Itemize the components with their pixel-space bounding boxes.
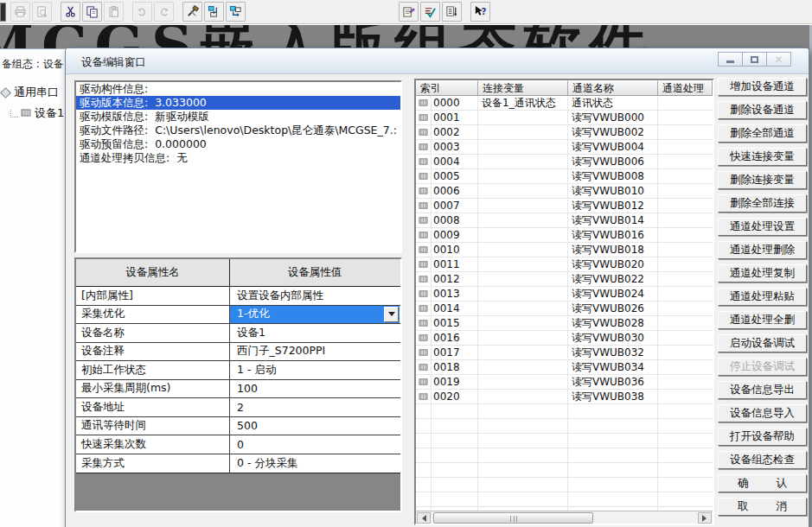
side-button-通道处理删除[interactable]: 通道处理删除: [718, 241, 807, 259]
channel-row[interactable]: 0012读写VWUB022: [416, 272, 713, 287]
channel-row[interactable]: 0015读写VWUB028: [416, 316, 713, 331]
horizontal-scrollbar[interactable]: [416, 511, 713, 524]
channel-row[interactable]: 0005读写VWUB008: [416, 169, 713, 184]
property-row[interactable]: 最小采集周期(ms)100: [76, 380, 400, 399]
channel-row[interactable]: 0007读写VWUB012: [416, 199, 713, 213]
channel-row[interactable]: 0008读写VWUB014: [416, 213, 713, 228]
driver-info-line[interactable]: 通道处理拷贝信息: 无: [76, 151, 400, 165]
side-button-快速连接变量[interactable]: 快速连接变量: [718, 148, 807, 166]
empty-cell: [432, 434, 478, 448]
property-value-cell[interactable]: 2: [230, 398, 400, 416]
side-button-启动设备调试[interactable]: 启动设备调试: [718, 334, 807, 352]
property-value-cell[interactable]: 西门子_S7200PPI: [230, 343, 400, 361]
channel-row[interactable]: 0018读写VWUB034: [416, 360, 713, 375]
property-row[interactable]: 初始工作状态1 - 启动: [76, 361, 400, 380]
channel-row[interactable]: 0003读写VWUB004: [416, 140, 713, 155]
dropdown-button[interactable]: [384, 307, 399, 322]
side-button-通道处理全删[interactable]: 通道处理全删: [718, 311, 807, 329]
sort-list-button[interactable]: [442, 2, 462, 22]
side-button-打开设备帮助[interactable]: 打开设备帮助: [718, 428, 807, 446]
channel-chip-icon: [416, 213, 432, 227]
side-button-设备组态检查[interactable]: 设备组态检查: [718, 451, 807, 469]
channel-row[interactable]: 0014读写VWUB026: [416, 302, 713, 316]
driver-info-line[interactable]: 驱动文件路径: C:\Users\lenovo\Desktop\昆仑通泰\MCG…: [76, 124, 400, 137]
send-to-window-button[interactable]: [204, 2, 224, 22]
channel-variable-cell: [478, 169, 568, 183]
channel-name-cell: 读写VWUB000: [568, 111, 658, 124]
property-value-cell[interactable]: 0: [230, 435, 400, 454]
tree-item-serial-port[interactable]: 通用串口: [0, 82, 66, 103]
property-value-cell[interactable]: 设备1: [230, 324, 400, 342]
close-button[interactable]: ✕: [766, 52, 791, 67]
print-button[interactable]: [10, 2, 30, 22]
side-button-取消[interactable]: 取 消: [718, 498, 807, 516]
property-value-cell[interactable]: 100: [230, 380, 400, 398]
channel-row[interactable]: 0020读写VWUB038: [416, 390, 713, 404]
channel-row[interactable]: 0013读写VWUB024: [416, 287, 713, 302]
property-value-cell[interactable]: 500: [230, 417, 400, 435]
driver-info-line[interactable]: 驱动预留信息: 0.000000: [76, 137, 400, 151]
channel-row[interactable]: 0017读写VWUB032: [416, 346, 713, 360]
paste-button[interactable]: [104, 2, 124, 22]
scrollbar-thumb[interactable]: [433, 512, 593, 524]
side-button-删除设备通道[interactable]: 删除设备通道: [718, 101, 807, 119]
driver-info-line[interactable]: 驱动构件信息:: [76, 82, 400, 96]
channel-row[interactable]: 0002读写VWUB002: [416, 125, 713, 140]
column-header-variable[interactable]: 连接变量: [478, 80, 568, 96]
side-button-确认[interactable]: 确 认: [718, 474, 807, 492]
side-button-删除全部通道[interactable]: 删除全部通道: [718, 124, 807, 143]
property-row[interactable]: 设备注释西门子_S7200PPI: [76, 343, 400, 362]
property-value-cell[interactable]: 0 - 分块采集: [230, 454, 400, 473]
property-row[interactable]: 采集优化1-优化: [76, 306, 400, 325]
property-row[interactable]: 快速采集次数0: [76, 435, 400, 454]
send-to-window-alt-button[interactable]: [226, 2, 246, 22]
syntax-check-button[interactable]: [420, 2, 440, 22]
channel-row[interactable]: 0019读写VWUB036: [416, 375, 713, 390]
maximize-button[interactable]: [742, 52, 767, 67]
channel-row[interactable]: 0010读写VWUB018: [416, 243, 713, 257]
channel-row[interactable]: 0009读写VWUB016: [416, 228, 713, 243]
column-header-name[interactable]: 通道名称: [568, 80, 658, 96]
side-button-设备信息导入[interactable]: 设备信息导入: [718, 404, 807, 422]
channel-row[interactable]: 0001读写VWUB000: [416, 111, 713, 125]
channel-row[interactable]: 0011读写VWUB020: [416, 257, 713, 272]
column-header-process[interactable]: 通道处理: [658, 80, 713, 96]
send-to-window-alt-icon: [229, 5, 242, 18]
side-button-通道处理设置[interactable]: 通道处理设置: [718, 218, 807, 236]
redo-button[interactable]: [154, 2, 174, 22]
dialog-titlebar[interactable]: 设备编辑窗口 ✕: [66, 48, 809, 74]
cut-button[interactable]: [61, 2, 80, 22]
property-row[interactable]: 设备名称设备1: [76, 324, 400, 343]
property-row[interactable]: 通讯等待时间500: [76, 417, 400, 436]
print-preview-button[interactable]: [32, 2, 52, 22]
side-button-删除全部连接[interactable]: 删除全部连接: [718, 194, 807, 213]
channel-row[interactable]: 0004读写VWUB006: [416, 155, 713, 169]
channel-row[interactable]: 0016读写VWUB030: [416, 331, 713, 346]
side-button-设备信息导出[interactable]: 设备信息导出: [718, 381, 807, 399]
copy-button[interactable]: [82, 2, 102, 22]
property-value-cell[interactable]: 1 - 启动: [230, 361, 400, 379]
channel-index-cell: 0006: [432, 184, 478, 198]
property-value-cell[interactable]: 1-优化: [230, 306, 400, 324]
property-row[interactable]: 采集方式0 - 分块采集: [76, 454, 400, 473]
side-button-增加设备通道[interactable]: 增加设备通道: [718, 78, 807, 96]
driver-info-line[interactable]: 驱动版本信息: 3.033000: [76, 96, 400, 110]
side-button-通道处理粘贴[interactable]: 通道处理粘贴: [718, 288, 807, 306]
channel-row[interactable]: 0000设备1_通讯状态通讯状态: [416, 96, 713, 111]
undo-button[interactable]: [132, 2, 152, 22]
driver-info-line[interactable]: 驱动模版信息: 新驱动模版: [76, 110, 400, 124]
side-button-通道处理复制[interactable]: 通道处理复制: [718, 264, 807, 283]
property-value-cell[interactable]: 设置设备内部属性: [230, 287, 400, 305]
tools-button[interactable]: [182, 2, 202, 22]
channel-row[interactable]: 0006读写VWUB010: [416, 184, 713, 199]
column-header-index[interactable]: 索引: [416, 80, 478, 96]
properties-button[interactable]: [399, 2, 419, 22]
minimize-button[interactable]: [718, 52, 743, 67]
scroll-right-button[interactable]: [698, 512, 712, 524]
context-help-button[interactable]: ?: [470, 2, 490, 22]
property-row[interactable]: [内部属性]设置设备内部属性: [76, 287, 400, 306]
tree-item-device1[interactable]: 设备1-: [0, 103, 66, 124]
side-button-删除连接变量[interactable]: 删除连接变量: [718, 171, 807, 189]
scroll-left-button[interactable]: [417, 512, 431, 524]
property-row[interactable]: 设备地址2: [76, 398, 400, 417]
